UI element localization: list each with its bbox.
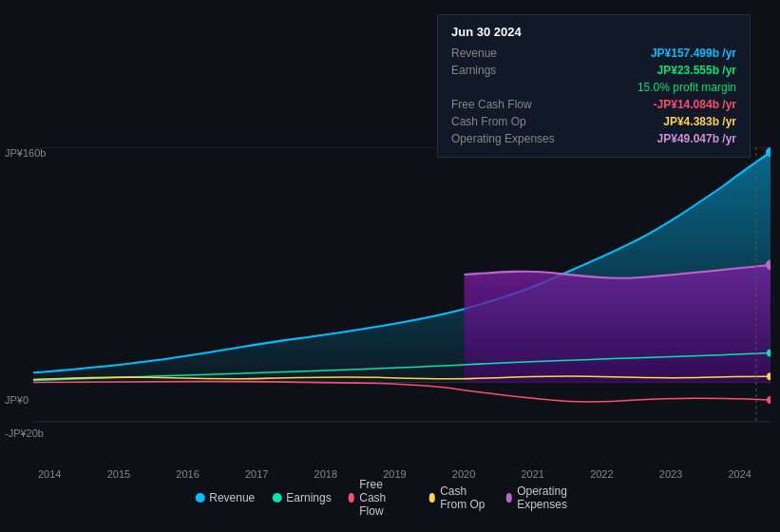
tooltip-margin-value: 15.0% profit margin	[637, 81, 736, 94]
x-label-2023: 2023	[659, 468, 682, 480]
tooltip-revenue-row: Revenue JP¥157.499b /yr	[451, 45, 736, 62]
legend-revenue[interactable]: Revenue	[195, 491, 255, 504]
tooltip-margin-row: 15.0% profit margin	[451, 79, 736, 96]
legend-fcf-dot	[349, 493, 355, 503]
legend-fcf-label: Free Cash Flow	[359, 478, 411, 518]
tooltip-cashop-row: Cash From Op JP¥4.383b /yr	[451, 113, 736, 130]
tooltip-opex-row: Operating Expenses JP¥49.047b /yr	[451, 130, 736, 147]
legend-cashop[interactable]: Cash From Op	[429, 484, 489, 511]
x-label-2015: 2015	[107, 468, 130, 480]
legend-earnings-dot	[272, 493, 281, 503]
x-label-2024: 2024	[728, 468, 751, 480]
tooltip-earnings-label: Earnings	[451, 64, 565, 77]
legend-cashop-label: Cash From Op	[440, 484, 488, 511]
tooltip-date: Jun 30 2024	[451, 25, 736, 39]
legend-opex[interactable]: Operating Expenses	[506, 484, 585, 511]
chart-area	[33, 147, 770, 461]
legend-opex-dot	[506, 493, 513, 503]
legend-earnings[interactable]: Earnings	[272, 491, 331, 504]
tooltip-fcf-value: -JP¥14.084b /yr	[654, 98, 736, 111]
x-label-2022: 2022	[590, 468, 613, 480]
tooltip-fcf-label: Free Cash Flow	[451, 98, 565, 111]
legend-revenue-dot	[195, 493, 204, 503]
legend-fcf[interactable]: Free Cash Flow	[349, 478, 412, 518]
x-label-2014: 2014	[38, 468, 61, 480]
tooltip-cashop-label: Cash From Op	[451, 115, 565, 128]
legend-cashop-dot	[429, 493, 436, 503]
tooltip-opex-value: JP¥49.047b /yr	[657, 132, 736, 145]
tooltip-revenue-label: Revenue	[451, 47, 565, 60]
legend-revenue-label: Revenue	[209, 491, 255, 504]
tooltip-earnings-row: Earnings JP¥23.555b /yr	[451, 62, 736, 79]
chart-container: Jun 30 2024 Revenue JP¥157.499b /yr Earn…	[0, 0, 780, 532]
fcf-dot	[767, 396, 770, 404]
tooltip-fcf-row: Free Cash Flow -JP¥14.084b /yr	[451, 96, 736, 113]
tooltip-earnings-value: JP¥23.555b /yr	[657, 64, 736, 77]
y-label-zero: JP¥0	[5, 394, 29, 406]
chart-svg	[33, 147, 770, 461]
tooltip-box: Jun 30 2024 Revenue JP¥157.499b /yr Earn…	[437, 14, 751, 158]
legend: Revenue Earnings Free Cash Flow Cash Fro…	[195, 478, 585, 518]
tooltip-revenue-value: JP¥157.499b /yr	[651, 47, 736, 60]
tooltip-cashop-value: JP¥4.383b /yr	[663, 115, 736, 128]
fcf-line	[33, 381, 770, 402]
tooltip-opex-label: Operating Expenses	[451, 132, 565, 145]
legend-earnings-label: Earnings	[286, 491, 331, 504]
opex-area	[465, 265, 770, 383]
legend-opex-label: Operating Expenses	[517, 484, 585, 511]
